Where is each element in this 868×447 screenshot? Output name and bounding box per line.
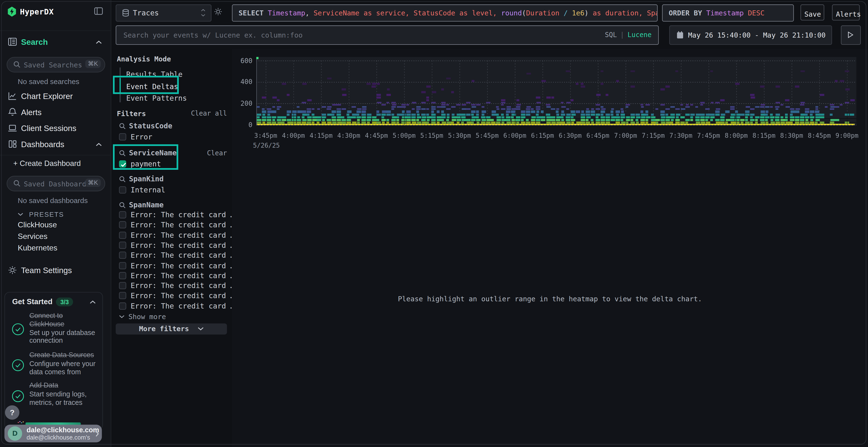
sidebar-item-label: Chart Explorer <box>21 92 73 101</box>
save-button[interactable]: Save <box>801 4 824 21</box>
x-tick-label: 4:15pm <box>306 132 337 139</box>
checkbox-unchecked[interactable] <box>119 242 126 249</box>
filter-option-internal[interactable]: Internal <box>119 186 165 194</box>
checkbox-checked[interactable] <box>119 161 126 168</box>
help-button[interactable]: ? <box>5 405 20 420</box>
run-query-button[interactable] <box>841 26 861 45</box>
language-toggle[interactable]: SQL|Lucene <box>605 31 652 39</box>
filter-group-spanname[interactable]: SpanName <box>119 201 164 209</box>
saved-searches-input[interactable]: Saved Searches ⌘K <box>7 57 105 72</box>
sql-query-text: SELECT Timestamp, ServiceName as service… <box>239 9 658 17</box>
chevron-up-icon[interactable] <box>90 300 96 304</box>
search-icon <box>119 202 126 208</box>
filter-group-name: SpanName <box>129 201 164 209</box>
filter-option-spanname[interactable]: Error: The credit card … <box>119 261 235 270</box>
shortcut-badge: ⌘K <box>85 60 101 68</box>
chevron-up-icon[interactable] <box>96 143 102 146</box>
filter-option-spanname[interactable]: Error: The credit card … <box>119 231 235 239</box>
x-tick-label: 4:00pm <box>278 132 309 139</box>
sql-select-editor[interactable]: SELECT Timestamp, ServiceName as service… <box>232 4 658 22</box>
checkbox-unchecked[interactable] <box>119 211 126 218</box>
preset-item-clickhouse[interactable]: ClickHouse <box>18 220 57 229</box>
clear-all-link[interactable]: Clear all <box>191 110 227 117</box>
checkbox-unchecked[interactable] <box>119 252 126 259</box>
sidebar-item-label: Search <box>21 38 48 46</box>
source-select[interactable]: Traces <box>116 4 212 22</box>
chevron-up-icon[interactable] <box>96 40 102 44</box>
collapse-sidebar-icon[interactable] <box>94 7 103 15</box>
sidebar-item-dashboards[interactable]: Dashboards <box>0 138 111 153</box>
filter-option-spanname[interactable]: Error: The credit card … <box>119 291 235 300</box>
sidebar-item-label: Team Settings <box>21 266 72 275</box>
sql-mode-option[interactable]: SQL <box>605 31 617 39</box>
filter-option-payment[interactable]: payment <box>119 160 161 168</box>
filter-option-spanname[interactable]: Error: The credit card … <box>119 271 235 280</box>
y-tick-label: 400 <box>232 78 252 86</box>
filter-option-spanname[interactable]: Error: The credit card … <box>119 302 235 310</box>
order-by-editor[interactable]: ORDER BY Timestamp DESC <box>662 4 794 22</box>
sidebar-item-team-settings[interactable]: Team Settings <box>0 264 111 279</box>
sidebar-item-search[interactable]: Search <box>0 36 111 50</box>
filter-option-error[interactable]: Error <box>119 133 152 141</box>
checkbox-unchecked[interactable] <box>119 232 126 239</box>
checkbox-unchecked[interactable] <box>119 262 126 269</box>
preset-item-kubernetes[interactable]: Kubernetes <box>18 243 57 252</box>
clear-servicename-link[interactable]: Clear <box>207 149 227 157</box>
get-started-step[interactable]: Add Data Start sending logs, metrics, or… <box>29 381 97 407</box>
more-filters-button[interactable]: More filters <box>116 323 227 335</box>
filter-group-spankind[interactable]: SpanKind <box>119 175 164 183</box>
hyperdx-app: HyperDX Search Saved Searches ⌘K No save… <box>0 0 868 447</box>
filter-option-spanname[interactable]: Error: The credit card … <box>119 251 235 260</box>
user-menu[interactable]: D dale@clickhouse.com dale@clickhouse.co… <box>4 424 102 442</box>
step-subtitle: Configure where your data comes from <box>29 360 97 376</box>
event-search-input[interactable]: Search your events w/ Lucene ex. column:… <box>116 26 659 45</box>
chevron-down-icon <box>18 212 23 216</box>
y-tick-label: 600 <box>232 57 252 64</box>
checkbox-label: Error: The credit card … <box>131 251 235 260</box>
filter-group-servicename[interactable]: ServiceName <box>119 149 177 157</box>
mode-event-deltas[interactable]: Event Deltas <box>126 82 178 91</box>
sidebar-item-chart-explorer[interactable]: Chart Explorer <box>0 90 111 105</box>
sidebar-item-client-sessions[interactable]: Client Sessions <box>0 122 111 137</box>
x-tick-label: 6:30pm <box>555 132 586 139</box>
duration-heatmap[interactable] <box>256 57 857 126</box>
mode-results-table[interactable]: Results Table <box>126 70 183 78</box>
checkbox-unchecked[interactable] <box>119 282 126 289</box>
checkbox-unchecked[interactable] <box>119 272 126 279</box>
alerts-button[interactable]: Alerts <box>832 4 860 21</box>
presets-toggle[interactable]: PRESETS <box>18 209 64 219</box>
analysis-mode-label: Analysis Mode <box>117 55 171 63</box>
preset-item-services[interactable]: Services <box>18 232 47 241</box>
mode-event-patterns[interactable]: Event Patterns <box>126 94 187 102</box>
checkbox-unchecked[interactable] <box>119 221 126 229</box>
filter-option-spanname[interactable]: Error: The credit card … <box>119 241 235 249</box>
show-more-link[interactable]: Show more <box>119 312 166 320</box>
filter-option-spanname[interactable]: Error: The credit card … <box>119 221 235 229</box>
checkbox-unchecked[interactable] <box>119 292 126 299</box>
checkbox-unchecked[interactable] <box>119 302 126 309</box>
get-started-step[interactable]: Create Data Sources Configure where your… <box>29 351 97 376</box>
x-tick-label: 7:45pm <box>693 132 724 139</box>
get-started-step[interactable]: Connect to ClickHouse Set up your databa… <box>29 312 97 345</box>
search-placeholder: Search your events w/ Lucene ex. column:… <box>123 31 303 39</box>
select-chevrons-icon <box>201 8 205 18</box>
source-settings-gear-icon[interactable] <box>214 7 222 16</box>
time-range-picker[interactable]: May 26 15:40:00 - May 26 21:10:00 <box>669 26 832 45</box>
checkbox-unchecked[interactable] <box>119 186 126 194</box>
search-icon <box>119 149 126 156</box>
sidebar: HyperDX Search Saved Searches ⌘K No save… <box>0 0 111 447</box>
checkbox-unchecked[interactable] <box>119 133 126 140</box>
filter-option-spanname[interactable]: Error: The credit card … <box>119 211 235 219</box>
saved-dashboards-input[interactable]: Saved Dashboards ⌘K <box>7 176 105 191</box>
lucene-mode-option[interactable]: Lucene <box>628 31 652 39</box>
filter-group-name: StatusCode <box>129 122 173 130</box>
filter-group-statuscode[interactable]: StatusCode <box>119 122 173 130</box>
bell-icon <box>8 107 17 116</box>
user-org: dale@clickhouse.com's <box>27 434 90 441</box>
sql-token: ORDER BY <box>669 9 706 17</box>
filter-option-spanname[interactable]: Error: The credit card … <box>119 281 235 290</box>
sidebar-item-alerts[interactable]: Alerts <box>0 106 111 121</box>
create-dashboard-button[interactable]: + Create Dashboard <box>13 159 81 167</box>
x-tick-label: 8:45pm <box>804 132 835 139</box>
delta-chart-empty-message: Please highlight an outlier range in the… <box>232 295 868 303</box>
